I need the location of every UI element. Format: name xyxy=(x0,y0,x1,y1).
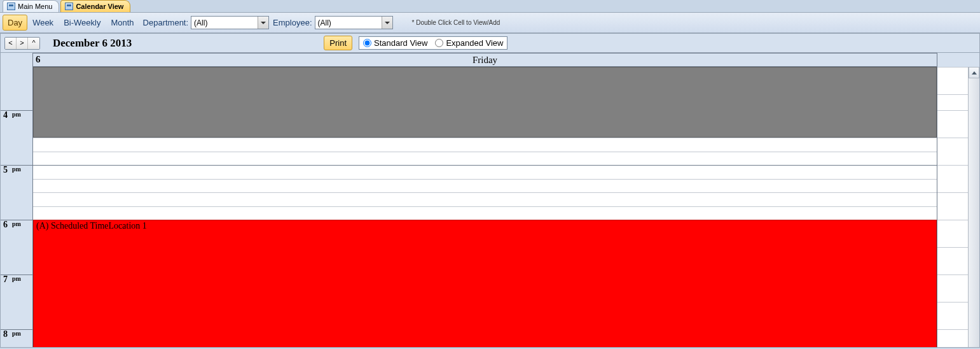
filter-bar: Day Week Bi-Weekly Month Department: Emp… xyxy=(0,13,980,33)
grid-line xyxy=(33,152,937,152)
grid-line xyxy=(937,220,968,220)
view-mode-group: Standard View Expanded View xyxy=(359,36,507,50)
standard-view-input[interactable] xyxy=(363,39,371,47)
dropdown-icon[interactable] xyxy=(382,17,392,29)
scroll-up-button[interactable] xyxy=(969,67,979,78)
nav-prev-button[interactable]: < xyxy=(5,38,17,49)
standard-view-radio[interactable]: Standard View xyxy=(363,38,427,48)
hint-text: * Double Click Cell to View/Add xyxy=(412,19,500,26)
time-label: 8pm xyxy=(1,329,32,347)
tab-calendar-view[interactable]: Calendar View xyxy=(60,0,130,12)
grid-line xyxy=(33,179,937,180)
range-week-button[interactable]: Week xyxy=(27,15,59,31)
grid-line xyxy=(937,138,968,138)
nav-buttons: < > ^ xyxy=(4,37,40,50)
range-buttons: Day Week Bi-Weekly Month xyxy=(3,15,139,31)
time-label: 4pm xyxy=(1,110,32,165)
grid-line xyxy=(937,165,968,166)
tab-label: Calendar View xyxy=(76,3,123,10)
employee-combo[interactable] xyxy=(315,16,393,29)
nav-next-button[interactable]: > xyxy=(17,38,28,49)
grid-line xyxy=(937,247,968,248)
day-name: Friday xyxy=(473,55,497,66)
department-input[interactable] xyxy=(191,17,258,29)
form-icon xyxy=(7,3,15,10)
calendar-event[interactable]: (A) Scheduled TimeLocation 1 xyxy=(33,220,937,347)
tab-label: Main Menu xyxy=(18,3,52,10)
calendar-header-row: < > ^ December 6 2013 Print Standard Vie… xyxy=(1,34,979,53)
grid-line xyxy=(937,302,968,303)
employee-input[interactable] xyxy=(315,17,382,29)
range-biweekly-button[interactable]: Bi-Weekly xyxy=(59,15,106,31)
expanded-view-input[interactable] xyxy=(435,39,443,47)
grid-line xyxy=(937,110,968,111)
date-title: December 6 2013 xyxy=(53,37,132,50)
grid-body[interactable]: (A) Scheduled TimeLocation 1 xyxy=(32,67,937,347)
dropdown-icon[interactable] xyxy=(258,17,268,29)
calendar-frame: < > ^ December 6 2013 Print Standard Vie… xyxy=(0,33,980,348)
grid-line xyxy=(937,274,968,275)
department-label: Department: xyxy=(143,18,189,27)
day-header: 6 Friday xyxy=(32,53,937,67)
grid-line xyxy=(33,138,937,138)
expanded-view-label: Expanded View xyxy=(446,38,503,48)
time-label: 7pm xyxy=(1,274,32,329)
grid-line xyxy=(937,192,968,193)
grid-line xyxy=(33,206,937,207)
range-month-button[interactable]: Month xyxy=(106,15,139,31)
nav-up-button[interactable]: ^ xyxy=(28,38,39,49)
tab-main-menu[interactable]: Main Menu xyxy=(3,0,59,12)
range-day-button[interactable]: Day xyxy=(3,15,27,31)
time-label: 6pm xyxy=(1,220,32,274)
vertical-scrollbar[interactable] xyxy=(968,67,979,347)
grid-line xyxy=(937,329,968,330)
time-column: 4pm5pm6pm7pm8pm xyxy=(1,67,32,347)
employee-label: Employee: xyxy=(273,18,312,27)
department-combo[interactable] xyxy=(191,16,269,29)
calendar-event[interactable] xyxy=(33,67,937,138)
day-number: 6 xyxy=(36,54,41,65)
grid-line xyxy=(937,67,968,68)
calendar-grid: 4pm5pm6pm7pm8pm (A) Scheduled TimeLocati… xyxy=(1,67,979,347)
print-button[interactable]: Print xyxy=(324,36,352,50)
grid-line xyxy=(33,192,937,193)
document-tabs: Main Menu Calendar View xyxy=(0,0,980,13)
expanded-view-radio[interactable]: Expanded View xyxy=(435,38,503,48)
right-gutter xyxy=(937,67,968,347)
form-icon xyxy=(65,3,73,10)
grid-line xyxy=(937,94,968,95)
standard-view-label: Standard View xyxy=(374,38,427,48)
grid-line xyxy=(33,165,937,166)
time-label: 5pm xyxy=(1,165,32,220)
